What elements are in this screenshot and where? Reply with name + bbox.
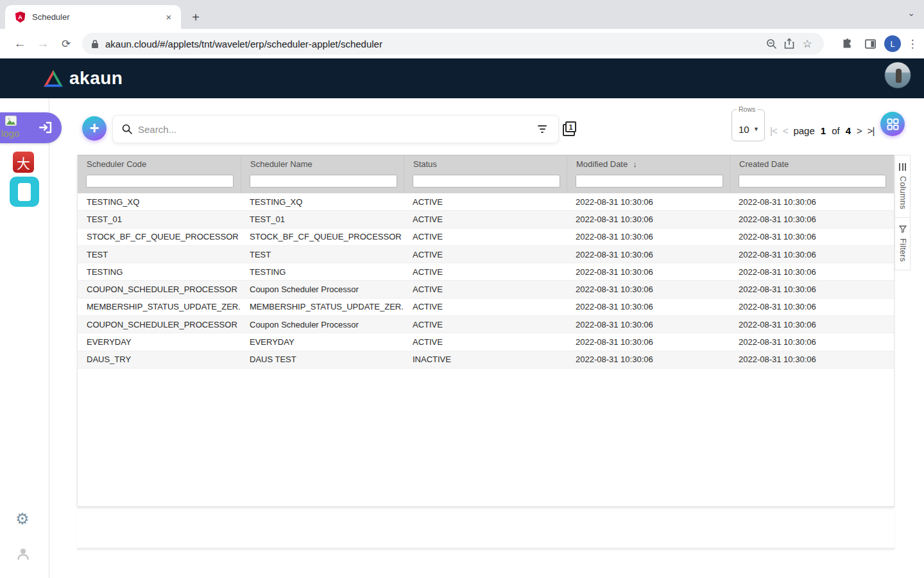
filter-input-modified-date[interactable] bbox=[576, 175, 723, 188]
header-created-date[interactable]: Created Date bbox=[730, 155, 894, 173]
search-input[interactable] bbox=[138, 124, 535, 135]
url-field[interactable]: akaun.cloud/#/applets/tnt/wavelet/erp/sc… bbox=[82, 33, 824, 55]
cell-status: INACTIVE bbox=[404, 355, 567, 364]
zoom-out-icon[interactable] bbox=[762, 35, 780, 53]
lock-icon bbox=[91, 39, 99, 49]
first-page-button[interactable]: |< bbox=[770, 125, 777, 136]
tab-close-icon[interactable]: × bbox=[163, 12, 175, 23]
cell-scheduler-name: DAUS TEST bbox=[241, 355, 404, 364]
user-avatar[interactable] bbox=[884, 62, 911, 89]
cell-created-date: 2022-08-31 10:30:06 bbox=[730, 337, 894, 347]
bookmark-star-icon[interactable]: ☆ bbox=[798, 35, 816, 53]
search-filter-icon[interactable] bbox=[535, 123, 549, 136]
cell-modified-date: 2022-08-31 10:30:06 bbox=[567, 320, 730, 329]
tab-filters[interactable]: Filters bbox=[894, 218, 911, 270]
login-arrow-icon bbox=[39, 121, 52, 134]
profile-person-icon[interactable] bbox=[16, 547, 30, 561]
table-filter-row bbox=[78, 173, 894, 193]
broken-image-icon bbox=[5, 116, 17, 126]
app-sidebar: logo 大 ⚙ bbox=[0, 98, 49, 578]
sidebar-app-red[interactable]: 大 bbox=[13, 152, 34, 173]
browser-menu-icon[interactable]: ⋮ bbox=[906, 37, 919, 51]
header-scheduler-code[interactable]: Scheduler Code bbox=[78, 155, 241, 173]
akaun-triangle-icon bbox=[42, 68, 64, 89]
brand-name: akaun bbox=[69, 68, 123, 89]
rows-per-page-select[interactable]: Rows 10 ▼ bbox=[732, 109, 765, 141]
sidebar-tenant-item[interactable]: logo bbox=[0, 112, 62, 143]
akaun-brand: akaun bbox=[42, 68, 123, 89]
table-footer-panel bbox=[77, 509, 894, 549]
page-word: page bbox=[793, 125, 814, 136]
table-row[interactable]: STOCK_BF_CF_QUEUE_PROCESSOR STOCK_BF_CF_… bbox=[78, 229, 894, 246]
cell-modified-date: 2022-08-31 10:30:06 bbox=[567, 267, 730, 277]
forward-button[interactable]: → bbox=[32, 33, 54, 55]
new-tab-button[interactable]: + bbox=[187, 9, 204, 26]
sidebar-app-cyan[interactable] bbox=[10, 177, 39, 207]
table-row[interactable]: TEST_01 TEST_01 ACTIVE 2022-08-31 10:30:… bbox=[78, 211, 894, 228]
filter-input-created-date[interactable] bbox=[739, 175, 886, 188]
header-status[interactable]: Status bbox=[404, 155, 567, 173]
cell-modified-date: 2022-08-31 10:30:06 bbox=[567, 215, 730, 224]
search-icon bbox=[122, 124, 132, 134]
cell-created-date: 2022-08-31 10:30:06 bbox=[730, 355, 894, 364]
cell-status: ACTIVE bbox=[404, 250, 567, 259]
cell-status: ACTIVE bbox=[404, 337, 567, 347]
table-row[interactable]: MEMBERSHIP_STATUS_UPDATE_ZER... MEMBERSH… bbox=[78, 299, 894, 316]
table-body: TESTING_XQ TESTING_XQ ACTIVE 2022-08-31 … bbox=[78, 193, 894, 369]
table-row[interactable]: COUPON_SCHEDULER_PROCESSOR Coupon Schedu… bbox=[78, 316, 894, 333]
table-row[interactable]: TESTING TESTING ACTIVE 2022-08-31 10:30:… bbox=[78, 263, 894, 281]
cell-status: ACTIVE bbox=[404, 320, 567, 329]
cell-scheduler-name: Coupon Scheduler Processor bbox=[241, 320, 404, 329]
cell-status: ACTIVE bbox=[404, 267, 567, 277]
columns-tab-label: Columns bbox=[898, 176, 907, 209]
extensions-puzzle-icon[interactable] bbox=[838, 35, 856, 53]
browser-window: A Scheduler × + ⌄ ← → ⟳ akaun.cloud/#/ap… bbox=[0, 0, 924, 578]
browser-profile-avatar[interactable]: L bbox=[884, 35, 901, 52]
cell-status: ACTIVE bbox=[404, 285, 567, 294]
side-panel-icon[interactable] bbox=[861, 35, 879, 53]
share-icon[interactable] bbox=[780, 35, 798, 53]
current-page: 1 bbox=[821, 125, 826, 136]
browser-actions: L ⋮ bbox=[838, 33, 919, 55]
rows-caret-icon: ▼ bbox=[753, 126, 759, 132]
browser-tab[interactable]: A Scheduler × bbox=[5, 5, 181, 29]
back-button[interactable]: ← bbox=[9, 33, 31, 55]
saved-filters-icon[interactable]: 1 bbox=[563, 121, 579, 137]
filter-input-status[interactable] bbox=[413, 175, 560, 188]
cell-modified-date: 2022-08-31 10:30:06 bbox=[567, 337, 730, 347]
add-button[interactable]: + bbox=[82, 116, 107, 141]
rows-value: 10 bbox=[739, 124, 749, 135]
cell-modified-date: 2022-08-31 10:30:06 bbox=[567, 232, 730, 241]
table-row[interactable]: TEST TEST ACTIVE 2022-08-31 10:30:06 202… bbox=[78, 246, 894, 263]
cell-scheduler-code: TESTING_XQ bbox=[78, 197, 241, 207]
filter-input-scheduler-name[interactable] bbox=[250, 175, 397, 188]
next-page-button[interactable]: > bbox=[857, 125, 862, 136]
table-row[interactable]: COUPON_SCHEDULER_PROCESSOR Coupon Schedu… bbox=[78, 281, 894, 298]
cell-status: ACTIVE bbox=[404, 215, 567, 224]
tab-search-chevron-icon[interactable]: ⌄ bbox=[907, 8, 915, 18]
grid-view-button[interactable] bbox=[880, 112, 905, 136]
browser-urlbar: ← → ⟳ akaun.cloud/#/applets/tnt/wavelet/… bbox=[0, 29, 924, 58]
cell-created-date: 2022-08-31 10:30:06 bbox=[730, 285, 894, 294]
table-header-row: Scheduler Code Scheduler Name Status Mod… bbox=[78, 155, 894, 173]
table-row[interactable]: EVERYDAY EVERYDAY ACTIVE 2022-08-31 10:3… bbox=[78, 333, 894, 351]
cell-scheduler-name: Coupon Scheduler Processor bbox=[241, 285, 404, 294]
last-page-button[interactable]: >| bbox=[868, 125, 875, 136]
header-modified-date[interactable]: Modified Date↓ bbox=[567, 155, 730, 173]
url-text: akaun.cloud/#/applets/tnt/wavelet/erp/sc… bbox=[105, 39, 762, 49]
filters-tab-label: Filters bbox=[898, 238, 907, 262]
cell-modified-date: 2022-08-31 10:30:06 bbox=[567, 197, 730, 207]
settings-gear-icon[interactable]: ⚙ bbox=[15, 511, 30, 527]
cell-scheduler-code: COUPON_SCHEDULER_PROCESSOR bbox=[78, 285, 241, 294]
table-row[interactable]: TESTING_XQ TESTING_XQ ACTIVE 2022-08-31 … bbox=[78, 193, 894, 211]
header-scheduler-name[interactable]: Scheduler Name bbox=[241, 155, 404, 173]
prev-page-button[interactable]: < bbox=[783, 125, 788, 136]
tab-title: Scheduler bbox=[32, 12, 163, 22]
cell-modified-date: 2022-08-31 10:30:06 bbox=[567, 285, 730, 294]
tab-columns[interactable]: Columns bbox=[894, 155, 911, 218]
filter-input-scheduler-code[interactable] bbox=[86, 175, 234, 188]
cell-status: ACTIVE bbox=[404, 197, 567, 207]
table-row[interactable]: DAUS_TRY DAUS TEST INACTIVE 2022-08-31 1… bbox=[78, 351, 894, 369]
funnel-icon bbox=[899, 225, 907, 233]
reload-button[interactable]: ⟳ bbox=[55, 33, 77, 55]
